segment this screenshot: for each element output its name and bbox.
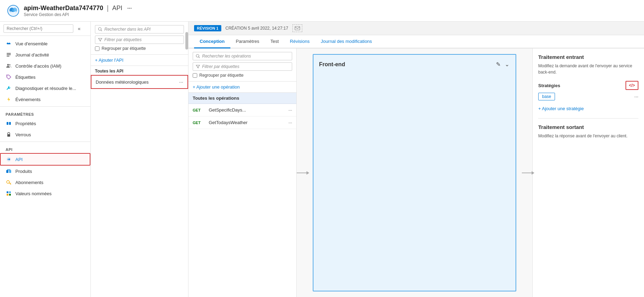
sidebar-item-properties[interactable]: Propriétés bbox=[0, 118, 90, 129]
policy-inbound-title: Traitement entrant bbox=[538, 54, 638, 60]
ops-group-check[interactable]: Regrouper par étiquette bbox=[193, 73, 292, 78]
policy-add-strategy-button[interactable]: + Ajouter une stratégie bbox=[538, 105, 638, 113]
grid-icon bbox=[6, 190, 12, 197]
policies-panel: Traitement entrant Modifiez la demande a… bbox=[532, 48, 644, 297]
svg-line-23 bbox=[101, 30, 102, 31]
api-search-box[interactable]: Rechercher dans les API bbox=[95, 25, 184, 33]
frontend-header: Front-end ✎ ⌄ bbox=[319, 60, 510, 68]
sidebar-item-api[interactable]: API bbox=[0, 153, 90, 166]
ops-group-label: Regrouper par étiquette bbox=[199, 73, 244, 78]
revision-date: CRÉATION 5 avril 2022, 14:27:17 bbox=[225, 26, 288, 31]
ops-search-box[interactable]: Rechercher les opérations bbox=[193, 52, 292, 60]
api-list-item-weather-dots[interactable]: ··· bbox=[179, 79, 183, 85]
sidebar-item-named-values[interactable]: Valeurs nommées bbox=[0, 188, 90, 199]
sidebar-item-locks[interactable]: Verrous bbox=[0, 129, 90, 140]
policy-base-row: base ··· bbox=[538, 93, 638, 100]
svg-rect-15 bbox=[9, 170, 11, 173]
frontend-title: Front-end bbox=[319, 61, 345, 68]
ops-filter-box[interactable]: Filtrer par étiquettes bbox=[193, 62, 292, 71]
ops-method-1: GET bbox=[193, 121, 205, 125]
ops-search-placeholder: Rechercher les opérations bbox=[202, 54, 251, 59]
tab-conception[interactable]: Conception bbox=[194, 35, 230, 48]
design-content: Rechercher les opérations Filtrer par ét… bbox=[188, 48, 644, 297]
header-dots-menu[interactable]: ··· bbox=[127, 5, 132, 12]
tab-test[interactable]: Test bbox=[265, 35, 284, 48]
sidebar-item-api-label: API bbox=[15, 157, 23, 162]
api-filter-box[interactable]: Filtrer par étiquettes bbox=[95, 36, 184, 44]
frontend-panel: Front-end ✎ ⌄ bbox=[313, 54, 516, 291]
tab-parametres[interactable]: Paramètres bbox=[230, 35, 265, 48]
sidebar-item-named-values-label: Valeurs nommées bbox=[15, 191, 52, 196]
app-name: apim-WeatherData7474770 bbox=[24, 5, 103, 12]
sidebar-item-overview[interactable]: Vue d'ensemble bbox=[0, 38, 90, 49]
sidebar-section-parametres: Paramètres bbox=[0, 108, 90, 118]
svg-rect-19 bbox=[9, 191, 11, 193]
tab-revisions[interactable]: Révisions bbox=[284, 35, 315, 48]
sidebar-search-input[interactable] bbox=[3, 24, 73, 33]
ops-item-1[interactable]: GET GetTodaysWeather ··· bbox=[188, 116, 296, 129]
svg-rect-20 bbox=[7, 194, 8, 196]
policy-strategies-row: Stratégies </> bbox=[538, 81, 638, 90]
sidebar-item-events[interactable]: Événements bbox=[0, 94, 90, 105]
policy-outbound-desc: Modifiez la réponse avant de l'envoyer a… bbox=[538, 133, 638, 139]
sidebar-item-overview-label: Vue d'ensemble bbox=[15, 41, 47, 46]
policy-base-tag[interactable]: base bbox=[538, 93, 555, 100]
tab-journal[interactable]: Journal des modifications bbox=[315, 35, 378, 48]
sidebar-item-diagnose[interactable]: Diagnostiquer et résoudre le... bbox=[0, 83, 90, 94]
api-list-item-weather-name: Données météorologiques bbox=[96, 79, 149, 85]
svg-rect-21 bbox=[9, 194, 11, 196]
ops-add-button[interactable]: + Ajouter une opération bbox=[188, 82, 296, 93]
app-type: API bbox=[112, 5, 122, 12]
api-group-check[interactable]: Regrouper par étiquette bbox=[95, 46, 184, 51]
list-icon bbox=[6, 52, 12, 58]
frontend-edit-button[interactable]: ✎ bbox=[495, 60, 501, 68]
ops-dots-0[interactable]: ··· bbox=[288, 107, 292, 113]
svg-point-7 bbox=[9, 64, 10, 66]
policy-strategies-label: Stratégies bbox=[538, 83, 560, 88]
sidebar-item-activity-log[interactable]: Journal d'activité bbox=[0, 49, 90, 60]
bolt-icon bbox=[6, 96, 12, 102]
api-list-item-weather[interactable]: Données météorologiques ··· bbox=[91, 75, 188, 89]
policy-outbound-title: Traitement sortant bbox=[538, 124, 638, 130]
ops-group-checkbox[interactable] bbox=[193, 73, 197, 78]
svg-rect-18 bbox=[7, 191, 8, 193]
api-group-checkbox[interactable] bbox=[95, 46, 99, 51]
key-icon bbox=[6, 179, 12, 185]
lock-icon bbox=[6, 131, 12, 138]
svg-line-26 bbox=[199, 57, 200, 58]
sidebar-item-locks-label: Verrous bbox=[15, 132, 31, 137]
policy-code-button[interactable]: </> bbox=[626, 81, 638, 90]
products-icon bbox=[6, 168, 12, 174]
app-logo bbox=[7, 5, 20, 17]
sidebar-item-products[interactable]: Produits bbox=[0, 166, 90, 177]
svg-rect-24 bbox=[295, 26, 300, 30]
api-arrow-icon bbox=[6, 156, 12, 162]
api-add-button[interactable]: + Ajouter l'API bbox=[91, 55, 188, 66]
policy-base-dots[interactable]: ··· bbox=[634, 94, 638, 99]
cloud-icon bbox=[6, 40, 12, 47]
ops-toolbar: Rechercher les opérations Filtrer par ét… bbox=[188, 48, 296, 82]
policies-divider bbox=[538, 118, 638, 119]
svg-rect-11 bbox=[9, 122, 11, 125]
frontend-expand-button[interactable]: ⌄ bbox=[504, 60, 510, 68]
sidebar-item-activity-log-label: Journal d'activité bbox=[15, 52, 49, 58]
sidebar-item-access-control[interactable]: Contrôle d'accès (IAM) bbox=[0, 60, 90, 71]
header-separator: | bbox=[107, 4, 109, 12]
revision-email-button[interactable] bbox=[293, 24, 302, 32]
svg-point-6 bbox=[7, 64, 9, 66]
svg-point-25 bbox=[196, 54, 199, 57]
content-tabs: Conception Paramètres Test Révisions Jou… bbox=[188, 35, 644, 48]
policy-add-strategy-label: + Ajouter une stratégie bbox=[538, 106, 584, 111]
ops-method-0: GET bbox=[193, 108, 205, 112]
sidebar-item-subscriptions-label: Abonnements bbox=[15, 180, 43, 185]
sidebar-item-subscriptions[interactable]: Abonnements bbox=[0, 177, 90, 188]
svg-marker-9 bbox=[7, 97, 10, 101]
svg-rect-12 bbox=[7, 134, 10, 137]
ops-dots-1[interactable]: ··· bbox=[288, 120, 292, 125]
policy-inbound-desc: Modifiez la demande avant de l'envoyer a… bbox=[538, 63, 638, 75]
operations-panel: Rechercher les opérations Filtrer par ét… bbox=[188, 48, 297, 297]
sidebar-item-tags[interactable]: Étiquettes bbox=[0, 71, 90, 83]
sidebar-collapse-button[interactable]: « bbox=[75, 25, 83, 32]
ops-item-0[interactable]: GET GetSpecificDays... ··· bbox=[188, 104, 296, 116]
svg-rect-4 bbox=[7, 54, 11, 55]
